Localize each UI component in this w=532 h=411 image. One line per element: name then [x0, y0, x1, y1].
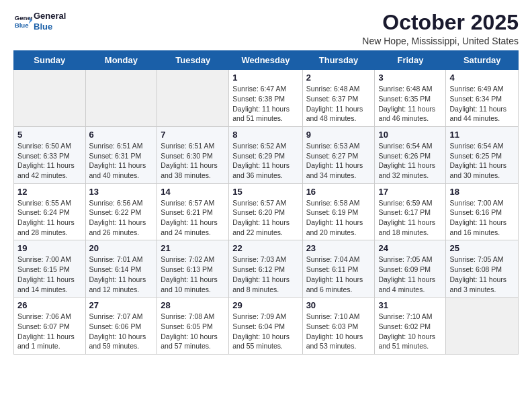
day-number: 12 [17, 187, 82, 197]
day-number: 16 [306, 187, 371, 197]
table-row: 16Sunrise: 6:58 AM Sunset: 6:19 PM Dayli… [302, 183, 375, 240]
day-info: Sunrise: 7:03 AM Sunset: 6:12 PM Dayligh… [232, 255, 298, 294]
day-info: Sunrise: 6:57 AM Sunset: 6:20 PM Dayligh… [232, 198, 298, 238]
table-row: 23Sunrise: 7:04 AM Sunset: 6:11 PM Dayli… [302, 240, 375, 298]
table-row: 19Sunrise: 7:00 AM Sunset: 6:15 PM Dayli… [14, 240, 86, 298]
day-info: Sunrise: 6:50 AM Sunset: 6:33 PM Dayligh… [17, 141, 82, 181]
day-info: Sunrise: 7:02 AM Sunset: 6:13 PM Dayligh… [161, 255, 225, 294]
table-row: 3Sunrise: 6:48 AM Sunset: 6:35 PM Daylig… [375, 70, 446, 127]
table-row: 2Sunrise: 6:48 AM Sunset: 6:37 PM Daylig… [302, 70, 375, 127]
day-info: Sunrise: 7:08 AM Sunset: 6:05 PM Dayligh… [161, 312, 225, 351]
day-number: 26 [17, 300, 82, 310]
day-number: 3 [378, 73, 442, 83]
calendar-week-row: 26Sunrise: 7:06 AM Sunset: 6:07 PM Dayli… [14, 298, 519, 355]
table-row: 10Sunrise: 6:54 AM Sunset: 6:26 PM Dayli… [375, 126, 446, 183]
table-row: 26Sunrise: 7:06 AM Sunset: 6:07 PM Dayli… [14, 298, 86, 355]
table-row [157, 70, 229, 127]
day-info: Sunrise: 6:49 AM Sunset: 6:34 PM Dayligh… [449, 84, 515, 124]
day-number: 4 [449, 73, 515, 83]
table-row: 24Sunrise: 7:05 AM Sunset: 6:09 PM Dayli… [375, 240, 446, 298]
day-number: 31 [378, 300, 442, 310]
day-info: Sunrise: 7:04 AM Sunset: 6:11 PM Dayligh… [306, 255, 371, 294]
table-row: 1Sunrise: 6:47 AM Sunset: 6:38 PM Daylig… [229, 70, 302, 127]
day-info: Sunrise: 6:59 AM Sunset: 6:17 PM Dayligh… [378, 198, 442, 238]
day-info: Sunrise: 6:48 AM Sunset: 6:35 PM Dayligh… [378, 84, 442, 124]
day-number: 5 [17, 130, 82, 140]
day-info: Sunrise: 6:58 AM Sunset: 6:19 PM Dayligh… [306, 198, 371, 238]
day-info: Sunrise: 6:53 AM Sunset: 6:27 PM Dayligh… [306, 141, 371, 181]
day-number: 2 [306, 73, 371, 83]
col-thursday: Thursday [302, 51, 375, 70]
table-row: 8Sunrise: 6:52 AM Sunset: 6:29 PM Daylig… [229, 126, 302, 183]
day-number: 8 [232, 130, 298, 140]
day-number: 14 [161, 187, 225, 197]
col-sunday: Sunday [14, 51, 86, 70]
table-row [446, 298, 519, 355]
table-row: 31Sunrise: 7:10 AM Sunset: 6:02 PM Dayli… [375, 298, 446, 355]
day-number: 1 [232, 73, 298, 83]
logo: General Blue General Blue [13, 11, 66, 32]
day-number: 27 [89, 300, 154, 310]
table-row [85, 70, 157, 127]
day-number: 21 [161, 243, 225, 253]
svg-text:Blue: Blue [15, 21, 29, 28]
day-number: 9 [306, 130, 371, 140]
logo-text-blue: Blue [34, 21, 66, 32]
table-row: 11Sunrise: 6:54 AM Sunset: 6:25 PM Dayli… [446, 126, 519, 183]
day-number: 10 [378, 130, 442, 140]
day-info: Sunrise: 7:10 AM Sunset: 6:03 PM Dayligh… [306, 312, 371, 351]
day-info: Sunrise: 7:00 AM Sunset: 6:15 PM Dayligh… [17, 255, 82, 294]
table-row: 7Sunrise: 6:51 AM Sunset: 6:30 PM Daylig… [157, 126, 229, 183]
day-number: 18 [449, 187, 515, 197]
table-row: 29Sunrise: 7:09 AM Sunset: 6:04 PM Dayli… [229, 298, 302, 355]
day-info: Sunrise: 6:48 AM Sunset: 6:37 PM Dayligh… [306, 84, 371, 124]
month-title: October 2025 [362, 11, 519, 34]
table-row: 20Sunrise: 7:01 AM Sunset: 6:14 PM Dayli… [85, 240, 157, 298]
col-wednesday: Wednesday [229, 51, 302, 70]
table-row: 12Sunrise: 6:55 AM Sunset: 6:24 PM Dayli… [14, 183, 86, 240]
col-saturday: Saturday [446, 51, 519, 70]
table-row: 28Sunrise: 7:08 AM Sunset: 6:05 PM Dayli… [157, 298, 229, 355]
day-number: 25 [449, 243, 515, 253]
day-info: Sunrise: 7:09 AM Sunset: 6:04 PM Dayligh… [232, 312, 298, 351]
day-number: 15 [232, 187, 298, 197]
day-number: 17 [378, 187, 442, 197]
table-row: 14Sunrise: 6:57 AM Sunset: 6:21 PM Dayli… [157, 183, 229, 240]
table-row: 17Sunrise: 6:59 AM Sunset: 6:17 PM Dayli… [375, 183, 446, 240]
day-number: 24 [378, 243, 442, 253]
day-info: Sunrise: 6:56 AM Sunset: 6:22 PM Dayligh… [89, 198, 154, 238]
table-row: 6Sunrise: 6:51 AM Sunset: 6:31 PM Daylig… [85, 126, 157, 183]
day-number: 28 [161, 300, 225, 310]
calendar-week-row: 5Sunrise: 6:50 AM Sunset: 6:33 PM Daylig… [14, 126, 519, 183]
day-number: 20 [89, 243, 154, 253]
title-block: October 2025 New Hope, Mississippi, Unit… [362, 11, 519, 46]
table-row: 15Sunrise: 6:57 AM Sunset: 6:20 PM Dayli… [229, 183, 302, 240]
day-info: Sunrise: 6:51 AM Sunset: 6:31 PM Dayligh… [89, 141, 154, 181]
day-number: 7 [161, 130, 225, 140]
logo-icon: General Blue [13, 12, 32, 31]
day-number: 23 [306, 243, 371, 253]
table-row [14, 70, 86, 127]
col-monday: Monday [85, 51, 157, 70]
day-info: Sunrise: 6:54 AM Sunset: 6:25 PM Dayligh… [449, 141, 515, 181]
day-info: Sunrise: 6:55 AM Sunset: 6:24 PM Dayligh… [17, 198, 82, 238]
day-info: Sunrise: 7:05 AM Sunset: 6:09 PM Dayligh… [378, 255, 442, 294]
table-row: 30Sunrise: 7:10 AM Sunset: 6:03 PM Dayli… [302, 298, 375, 355]
page-container: General Blue General Blue October 2025 N… [0, 0, 532, 361]
table-row: 18Sunrise: 7:00 AM Sunset: 6:16 PM Dayli… [446, 183, 519, 240]
table-row: 22Sunrise: 7:03 AM Sunset: 6:12 PM Dayli… [229, 240, 302, 298]
day-info: Sunrise: 7:06 AM Sunset: 6:07 PM Dayligh… [17, 312, 82, 351]
day-number: 13 [89, 187, 154, 197]
calendar-week-row: 1Sunrise: 6:47 AM Sunset: 6:38 PM Daylig… [14, 70, 519, 127]
day-info: Sunrise: 6:51 AM Sunset: 6:30 PM Dayligh… [161, 141, 225, 181]
day-number: 30 [306, 300, 371, 310]
day-info: Sunrise: 6:52 AM Sunset: 6:29 PM Dayligh… [232, 141, 298, 181]
table-row: 21Sunrise: 7:02 AM Sunset: 6:13 PM Dayli… [157, 240, 229, 298]
table-row: 4Sunrise: 6:49 AM Sunset: 6:34 PM Daylig… [446, 70, 519, 127]
day-info: Sunrise: 7:10 AM Sunset: 6:02 PM Dayligh… [378, 312, 442, 351]
table-row: 25Sunrise: 7:05 AM Sunset: 6:08 PM Dayli… [446, 240, 519, 298]
location-text: New Hope, Mississippi, United States [362, 36, 519, 46]
day-info: Sunrise: 6:54 AM Sunset: 6:26 PM Dayligh… [378, 141, 442, 181]
day-number: 19 [17, 243, 82, 253]
table-row: 5Sunrise: 6:50 AM Sunset: 6:33 PM Daylig… [14, 126, 86, 183]
